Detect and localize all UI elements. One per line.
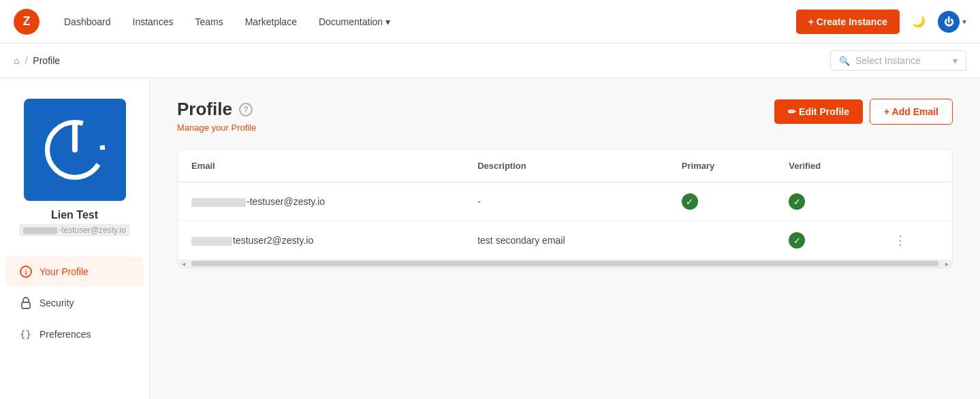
col-email: Email [178,150,464,182]
svg-text:{}: {} [20,329,31,340]
dark-mode-toggle[interactable]: 🌙 [908,11,930,33]
col-verified: Verified [775,150,881,182]
email-cell-2: testuser2@zesty.io [178,221,464,260]
breadcrumb: ⌂ / Profile [14,55,60,66]
verified-check-icon: ✓ [789,193,805,210]
profile-header-actions: ✏ Edit Profile + Add Email [774,99,953,125]
scroll-left-arrow[interactable]: ◂ [178,258,189,268]
nav-instances[interactable]: Instances [125,11,182,33]
lock-icon [19,296,33,310]
email-table: Email Description Primary Verified -test… [178,150,952,259]
avatar [24,99,126,201]
description-cell-1: - [464,182,668,221]
edit-profile-button[interactable]: ✏ Edit Profile [774,99,863,124]
verified-check-icon-2: ✓ [789,232,805,249]
sidebar-avatar-section: Lien Test your-profile-testuser@zesty.io [0,92,149,250]
col-primary: Primary [668,150,775,182]
primary-check-icon: ✓ [682,193,698,210]
create-instance-button[interactable]: + Create Instance [796,10,900,34]
description-cell-2: test secondary email [464,221,668,260]
page-title: Profile [177,99,232,120]
profile-header: Profile ? Manage your Profile ✏ Edit Pro… [177,99,953,133]
add-email-button[interactable]: + Add Email [870,99,953,125]
verified-cell-1: ✓ [775,182,881,221]
nav-right: + Create Instance 🌙 ⏻ ▾ [796,10,966,34]
svg-rect-4 [22,302,30,308]
main-layout: Lien Test your-profile-testuser@zesty.io… [0,78,980,399]
nav-teams[interactable]: Teams [187,11,231,33]
search-icon: 🔍 [839,56,850,66]
actions-cell-2[interactable]: ⋮ [881,221,952,260]
content-area: Profile ? Manage your Profile ✏ Edit Pro… [150,78,980,399]
home-breadcrumb[interactable]: ⌂ [14,55,19,66]
sidebar-item-your-profile[interactable]: i Your Profile [5,257,144,287]
col-actions [881,150,952,182]
primary-cell-2 [668,221,775,260]
help-icon[interactable]: ? [239,103,253,116]
table-scrollbar[interactable]: ◂ ▸ [178,259,952,268]
email-table-container: Email Description Primary Verified -test… [177,149,953,268]
primary-cell-1: ✓ [668,182,775,221]
profile-title: Profile ? [177,99,256,120]
circle-info-icon: i [19,265,33,278]
col-description: Description [464,150,668,182]
braces-icon: {} [19,328,33,341]
logo[interactable]: Z [14,9,39,35]
table-row: testuser2@zesty.io test secondary email … [178,221,952,260]
sidebar: Lien Test your-profile-testuser@zesty.io… [0,78,150,399]
sidebar-item-security[interactable]: Security [5,288,144,318]
profile-title-area: Profile ? Manage your Profile [177,99,256,133]
scroll-right-arrow[interactable]: ▸ [941,258,952,268]
instance-select-placeholder: Select Instance [855,55,921,66]
nav-links: Dashboard Instances Teams Marketplace Do… [56,11,780,33]
nav-documentation[interactable]: Documentation ▾ [311,11,398,33]
table-row: -testuser@zesty.io - ✓ ✓ [178,182,952,221]
svg-text:i: i [25,268,27,276]
sidebar-email: your-profile-testuser@zesty.io [19,224,130,236]
breadcrumb-bar: ⌂ / Profile 🔍 Select Instance ▾ [0,44,980,78]
user-menu-trigger[interactable]: ⏻ ▾ [938,11,966,33]
row-menu-button[interactable]: ⋮ [894,234,907,247]
nav-dashboard[interactable]: Dashboard [56,11,119,33]
user-menu-chevron: ▾ [962,17,966,27]
instance-select[interactable]: 🔍 Select Instance ▾ [830,50,966,71]
chevron-down-icon: ▾ [953,55,958,66]
sidebar-item-label-your-profile: Your Profile [39,266,89,277]
sidebar-username: Lien Test [51,209,98,221]
user-avatar-nav: ⏻ [938,11,960,33]
top-navigation: Z Dashboard Instances Teams Marketplace … [0,0,980,44]
scroll-thumb[interactable] [191,261,938,266]
sidebar-item-label-security: Security [39,298,74,308]
sidebar-item-preferences[interactable]: {} Preferences [5,319,144,349]
sidebar-nav: i Your Profile Security [0,257,149,349]
email-cell-1: -testuser@zesty.io [178,182,464,221]
verified-cell-2: ✓ [775,221,881,260]
table-header-row: Email Description Primary Verified [178,150,952,182]
sidebar-item-label-preferences: Preferences [39,329,91,340]
power-icon [44,119,106,180]
profile-subtitle: Manage your Profile [177,123,256,133]
breadcrumb-separator: / [25,55,27,66]
actions-cell-1 [881,182,952,221]
breadcrumb-current: Profile [33,55,60,66]
nav-marketplace[interactable]: Marketplace [237,11,305,33]
